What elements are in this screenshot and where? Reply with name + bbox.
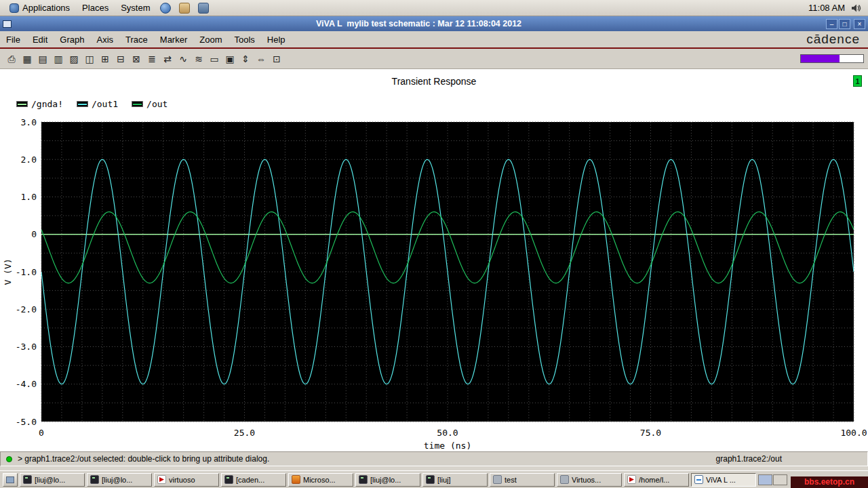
taskbar-button-label: Microso... xyxy=(303,476,336,484)
taskbar-button-0[interactable]: [liuj@lo... xyxy=(20,473,85,487)
menubar: FileEditGraphAxisTraceMarkerZoomToolsHel… xyxy=(0,31,868,47)
svg-text:-4.0: -4.0 xyxy=(16,379,37,389)
menu-zoom[interactable]: Zoom xyxy=(193,32,228,47)
workspace-2[interactable] xyxy=(773,474,787,485)
zoom-fit-icon[interactable]: ▣ xyxy=(222,52,237,66)
remove-subwindow-icon[interactable]: ⊟ xyxy=(113,52,128,66)
applications-menu-icon xyxy=(9,3,19,13)
svg-text:1.0: 1.0 xyxy=(21,192,37,202)
svg-text:V (V): V (V) xyxy=(3,258,13,285)
page-badge[interactable]: 1 xyxy=(853,75,862,87)
taskbar-button-8[interactable]: Virtuos... xyxy=(557,473,622,487)
watermark: bbs.eetop.cn xyxy=(791,476,868,488)
taskbar-button-10[interactable]: ViVA L ... xyxy=(691,473,756,487)
applications-menu-label: Applications xyxy=(22,3,70,13)
legend-item-out1[interactable]: /out1 xyxy=(77,99,118,109)
volume-icon[interactable] xyxy=(850,3,861,14)
menu-trace[interactable]: Trace xyxy=(119,32,154,47)
plot-title: Transient Response xyxy=(392,76,477,87)
menu-tools[interactable]: Tools xyxy=(229,32,261,47)
workspace-1[interactable] xyxy=(758,474,772,485)
add-subwindow-icon[interactable]: ⊞ xyxy=(98,52,113,66)
taskbar-button-label: [liuj@lo... xyxy=(370,476,401,484)
new-window-icon[interactable]: ◫ xyxy=(82,52,97,66)
files-launcher-icon[interactable] xyxy=(179,3,190,14)
terminal-window-icon xyxy=(90,475,99,484)
system-menu[interactable]: System xyxy=(115,1,155,14)
taskbar-button-label: /home/l... xyxy=(639,476,669,484)
taskbar-button-4[interactable]: Microso... xyxy=(288,473,353,487)
task-buttons: [liuj@lo...[liuj@lo...virtuoso[caden...M… xyxy=(20,473,756,487)
print-icon[interactable]: ⎙ xyxy=(4,52,19,66)
web-browser-launcher-icon[interactable] xyxy=(160,3,171,14)
copy-graph-icon[interactable]: ⊠ xyxy=(129,52,144,66)
rect-select-icon[interactable]: ▭ xyxy=(207,52,222,66)
label-list-icon[interactable]: ≣ xyxy=(144,52,159,66)
cadence-window-icon xyxy=(157,475,166,484)
waveform-plot[interactable]: 3.02.01.00-1.0-2.0-3.0-4.0-5.0025.050.07… xyxy=(0,114,868,450)
taskbar-button-5[interactable]: [liuj@lo... xyxy=(355,473,420,487)
split-pane-icon[interactable]: ▥ xyxy=(51,52,66,66)
trace-wave-icon[interactable]: ∿ xyxy=(176,52,191,66)
taskbar: [liuj@lo...[liuj@lo...virtuoso[caden...M… xyxy=(0,470,868,488)
close-button[interactable]: × xyxy=(854,19,865,29)
svg-text:time (ns): time (ns) xyxy=(424,441,471,450)
taskbar-button-7[interactable]: test xyxy=(490,473,555,487)
taskbar-button-label: Virtuos... xyxy=(572,476,601,484)
taskbar-button-1[interactable]: [liuj@lo... xyxy=(87,473,152,487)
svg-text:25.0: 25.0 xyxy=(234,428,255,438)
statusbar: > graph1.trace2:/out selected: double-cl… xyxy=(0,451,868,466)
legend-item-out[interactable]: /out xyxy=(132,99,167,109)
minimize-button[interactable]: – xyxy=(826,19,837,29)
terminal-window-icon xyxy=(224,475,233,484)
fit-y-icon[interactable]: ⇕ xyxy=(238,52,253,66)
menu-marker[interactable]: Marker xyxy=(154,32,193,47)
legend-label: /gnda! xyxy=(31,99,63,109)
titlebar[interactable]: ViVA L mylib test schematic : Mar 12 11:… xyxy=(0,16,868,31)
spectrum-icon[interactable]: ≋ xyxy=(191,52,206,66)
viva-window-icon xyxy=(694,475,703,484)
svg-text:3.0: 3.0 xyxy=(21,117,37,127)
places-menu[interactable]: Places xyxy=(77,1,114,14)
applications-menu[interactable]: Applications xyxy=(4,1,75,14)
status-message: > graph1.trace2:/out selected: double-cl… xyxy=(18,454,711,464)
places-menu-label: Places xyxy=(82,3,108,13)
app-window-icon xyxy=(493,475,502,484)
gnome-panel: Applications Places System 11:08 AM xyxy=(0,0,868,16)
menu-graph[interactable]: Graph xyxy=(54,32,90,47)
system-menu-label: System xyxy=(121,3,150,13)
maximize-button[interactable]: □ xyxy=(839,19,850,29)
cadence-logo: cādence xyxy=(806,32,868,47)
menu-help[interactable]: Help xyxy=(261,32,292,47)
hatch-grid-icon[interactable]: ▨ xyxy=(66,52,81,66)
show-desktop-icon[interactable] xyxy=(3,473,18,487)
status-selection: graph1.trace2:/out xyxy=(716,454,782,464)
desktop: Applications Places System 11:08 AM xyxy=(0,0,868,488)
strip-chart-icon[interactable]: ▤ xyxy=(35,52,50,66)
zoom-box-icon[interactable]: ⊡ xyxy=(269,52,284,66)
legend-item-gnda[interactable]: /gnda! xyxy=(16,99,63,109)
taskbar-button-6[interactable]: [liuj] xyxy=(422,473,488,487)
swap-xy-icon[interactable]: ⇄ xyxy=(160,52,175,66)
menu-edit[interactable]: Edit xyxy=(26,32,54,47)
menu-file[interactable]: File xyxy=(0,32,26,47)
menu-axis[interactable]: Axis xyxy=(91,32,120,47)
dense-grid-icon[interactable]: ▦ xyxy=(20,52,35,66)
legend-swatch-icon xyxy=(77,101,88,107)
taskbar-button-label: test xyxy=(505,476,517,484)
terminal-window-icon xyxy=(23,475,32,484)
toolbar-icons: ⎙▦▤▥▨◫⊞⊟⊠≣⇄∿≋▭▣⇕⇔⊡ xyxy=(4,52,284,66)
office-window-icon xyxy=(292,475,300,484)
legend-label: /out1 xyxy=(92,99,118,109)
menu-items: FileEditGraphAxisTraceMarkerZoomToolsHel… xyxy=(0,32,292,47)
workspace-switcher[interactable] xyxy=(758,474,787,485)
fit-x-icon[interactable]: ⇔ xyxy=(254,52,269,66)
taskbar-button-3[interactable]: [caden... xyxy=(221,473,286,487)
terminal-launcher-icon[interactable] xyxy=(198,3,209,14)
taskbar-button-label: [liuj] xyxy=(437,476,451,484)
taskbar-button-2[interactable]: virtuoso xyxy=(154,473,219,487)
status-led xyxy=(6,456,12,462)
clock[interactable]: 11:08 AM xyxy=(808,3,845,13)
taskbar-button-9[interactable]: /home/l... xyxy=(624,473,689,487)
taskbar-button-label: [liuj@lo... xyxy=(102,476,132,484)
